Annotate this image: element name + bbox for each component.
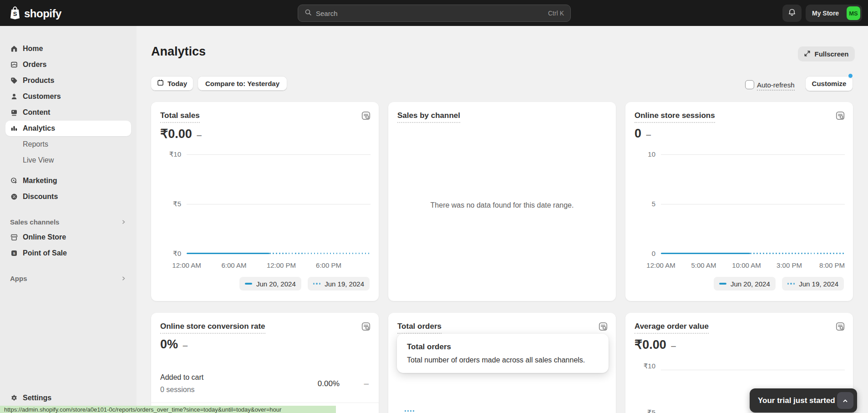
sidebar-item-live-view[interactable]: Live View bbox=[5, 153, 131, 168]
compare-to-button[interactable]: Compare to: Yesterday bbox=[198, 76, 287, 91]
metric-conversion-rate: 0% – bbox=[160, 337, 188, 352]
sidebar-item-label: Home bbox=[23, 45, 43, 53]
store-avatar: MS bbox=[847, 6, 860, 20]
sidebar-item-orders[interactable]: Orders bbox=[5, 57, 131, 72]
dotted-line-swatch-icon bbox=[787, 283, 795, 285]
x-axis-tick: 6:00 AM bbox=[221, 261, 246, 269]
store-menu[interactable]: My Store MS bbox=[806, 5, 862, 22]
orders-icon bbox=[10, 61, 18, 69]
sidebar-item-discounts[interactable]: Discounts bbox=[5, 189, 131, 204]
gridline bbox=[187, 154, 371, 155]
bell-icon bbox=[788, 8, 796, 18]
funnel-step-sessions: 0 sessions bbox=[160, 386, 195, 394]
gridline bbox=[661, 370, 845, 370]
sidebar-item-label: Point of Sale bbox=[23, 249, 67, 257]
sidebar-item-marketing[interactable]: Marketing bbox=[5, 173, 131, 189]
bar-chart-icon bbox=[10, 124, 18, 133]
metric-value: ₹0.00 bbox=[635, 337, 666, 352]
x-axis-tick: 12:00 AM bbox=[646, 261, 675, 269]
sidebar-item-reports[interactable]: Reports bbox=[5, 137, 131, 152]
line-series-today bbox=[187, 253, 371, 254]
customize-button[interactable]: Customize bbox=[805, 76, 853, 91]
sidebar-item-label: Products bbox=[23, 76, 54, 85]
sidebar-subitem-label: Reports bbox=[23, 140, 48, 148]
legend-label: Jun 19, 2024 bbox=[799, 280, 838, 288]
search-input[interactable]: Search Ctrl K bbox=[298, 5, 571, 22]
chart-legend: Jun 20, 2024 Jun 19, 2024 bbox=[714, 277, 844, 291]
legend-label: Jun 20, 2024 bbox=[731, 280, 770, 288]
shopify-admin-analytics: S shopify Search Ctrl K bbox=[0, 0, 868, 413]
date-range-button[interactable]: Today bbox=[151, 76, 193, 91]
card-total-sales: Total sales ₹0.00 – ₹10 ₹5 ₹0 12:00 AM 6… bbox=[151, 102, 379, 301]
chart-legend: Jun 20, 2024 Jun 19, 2024 bbox=[239, 277, 370, 291]
svg-text:s: s bbox=[13, 251, 15, 255]
explore-report-icon[interactable] bbox=[836, 322, 845, 331]
explore-report-icon[interactable] bbox=[836, 111, 845, 120]
sidebar-item-point-of-sale[interactable]: s Point of Sale bbox=[5, 245, 131, 261]
date-range-label: Today bbox=[168, 80, 187, 87]
y-axis-tick: ₹5 bbox=[155, 200, 181, 208]
y-axis-tick: ₹5 bbox=[629, 408, 655, 413]
sidebar-subitem-label: Live View bbox=[23, 156, 54, 164]
legend-item-previous[interactable]: Jun 19, 2024 bbox=[308, 277, 370, 291]
legend-item-current[interactable]: Jun 20, 2024 bbox=[239, 277, 301, 291]
chevron-up-icon bbox=[842, 397, 849, 404]
auto-refresh-checkbox[interactable] bbox=[745, 80, 754, 89]
metric-average-order-value: ₹0.00 – bbox=[635, 337, 676, 352]
toast-expand-button[interactable] bbox=[837, 392, 853, 409]
sidebar-item-analytics[interactable]: Analytics bbox=[5, 121, 131, 136]
sidebar-item-products[interactable]: Products bbox=[5, 73, 131, 88]
fullscreen-label: Fullscreen bbox=[814, 50, 848, 58]
sidebar-item-online-store[interactable]: Online Store bbox=[5, 229, 131, 245]
x-axis-tick: 8:00 PM bbox=[819, 261, 845, 269]
card-title-link[interactable]: Sales by channel bbox=[397, 111, 460, 123]
card-online-store-sessions: Online store sessions 0 – 10 5 0 12:00 A… bbox=[625, 102, 853, 301]
explore-report-icon[interactable] bbox=[599, 322, 608, 331]
gridline bbox=[661, 204, 845, 204]
card-title-link[interactable]: Total sales bbox=[160, 111, 200, 123]
metric-online-store-sessions: 0 – bbox=[635, 127, 651, 141]
person-icon bbox=[10, 92, 18, 101]
legend-item-current[interactable]: Jun 20, 2024 bbox=[714, 277, 776, 291]
sidebar-section-apps[interactable]: Apps bbox=[5, 270, 131, 286]
sidebar-section-sales-channels[interactable]: Sales channels bbox=[5, 214, 131, 229]
page-title: Analytics bbox=[151, 45, 206, 59]
pos-bag-icon: s bbox=[10, 249, 18, 257]
toast-message: Your trial just started bbox=[758, 396, 835, 405]
card-title-link[interactable]: Online store conversion rate bbox=[160, 322, 265, 334]
section-header-label: Sales channels bbox=[10, 218, 59, 226]
no-change-indicator: – bbox=[646, 129, 651, 140]
tooltip-body: Total number of orders made across all s… bbox=[407, 356, 599, 364]
chevron-right-icon bbox=[121, 275, 127, 281]
sidebar: Home Orders Products bbox=[0, 26, 137, 413]
notifications-button[interactable] bbox=[782, 5, 802, 22]
fullscreen-icon bbox=[804, 50, 811, 58]
card-title-link[interactable]: Average order value bbox=[635, 322, 709, 334]
sidebar-item-settings[interactable]: Settings bbox=[5, 390, 131, 406]
sidebar-item-customers[interactable]: Customers bbox=[5, 89, 131, 104]
sidebar-item-home[interactable]: Home bbox=[5, 41, 131, 56]
no-change-indicator: – bbox=[671, 340, 676, 351]
card-title-link[interactable]: Total orders bbox=[397, 322, 442, 334]
card-online-store-conversion-rate: Online store conversion rate 0% – Added … bbox=[151, 313, 379, 413]
shopify-bag-icon: S bbox=[9, 6, 21, 21]
legend-label: Jun 19, 2024 bbox=[325, 280, 364, 288]
shopify-logo[interactable]: S shopify bbox=[9, 6, 61, 21]
legend-item-previous[interactable]: Jun 19, 2024 bbox=[782, 277, 844, 291]
explore-report-icon[interactable] bbox=[361, 322, 371, 331]
card-sales-by-channel: Sales by channel There was no data found… bbox=[388, 102, 616, 301]
sidebar-item-label: Customers bbox=[23, 92, 61, 101]
metric-total-sales: ₹0.00 – bbox=[160, 127, 202, 141]
auto-refresh-label[interactable]: Auto-refresh bbox=[757, 81, 795, 91]
search-shortcut-hint: Ctrl K bbox=[548, 10, 564, 17]
calendar-icon bbox=[157, 79, 164, 87]
sidebar-item-content[interactable]: Content bbox=[5, 105, 131, 120]
topbar: S shopify Search Ctrl K bbox=[0, 0, 868, 26]
fullscreen-button[interactable]: Fullscreen bbox=[798, 46, 855, 61]
x-axis-tick: 5:00 AM bbox=[691, 261, 716, 269]
gridline bbox=[187, 204, 371, 204]
customize-label: Customize bbox=[812, 80, 847, 87]
x-axis-tick: 6:00 PM bbox=[316, 261, 341, 269]
card-title-link[interactable]: Online store sessions bbox=[635, 111, 715, 123]
explore-report-icon[interactable] bbox=[361, 111, 371, 120]
